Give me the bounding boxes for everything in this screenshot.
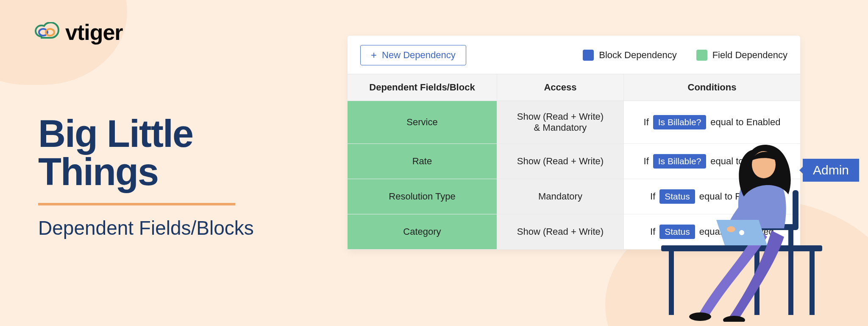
condition-chip: Status — [659, 189, 695, 204]
table-header-row: Dependent Fields/Block Access Conditions — [348, 74, 800, 101]
legend-field-label: Field Dependency — [712, 50, 787, 61]
page-title: Big Little Things — [38, 115, 309, 191]
access-cell: Show (Read + Write) — [497, 214, 623, 250]
brand-logo: vtiger — [34, 20, 123, 45]
condition-chip: Is Billable? — [653, 115, 707, 129]
col-header-dependent: Dependent Fields/Block — [348, 74, 497, 101]
page-headline: Big Little Things Dependent Fields/Block… — [38, 115, 309, 239]
admin-role-badge: Admin — [803, 159, 859, 182]
access-cell: Show (Read + Write) & Mandatory — [497, 101, 623, 144]
title-underline — [38, 203, 235, 205]
panel-toolbar: + New Dependency Block Dependency Field … — [348, 36, 800, 74]
dependent-cell: Resolution Type — [348, 179, 497, 214]
legend-block-label: Block Dependency — [599, 50, 676, 61]
table-row[interactable]: Resolution Type Mandatory If Status equa… — [348, 179, 800, 214]
access-cell: Mandatory — [497, 179, 623, 214]
table-row[interactable]: Category Show (Read + Write) If Status e… — [348, 214, 800, 250]
swatch-field-icon — [696, 50, 707, 61]
cond-suffix: equal to Enabled — [710, 117, 780, 128]
dependent-cell: Category — [348, 214, 497, 250]
cond-prefix: If — [650, 191, 655, 202]
page-subtitle: Dependent Fields/Blocks — [38, 216, 309, 239]
dependency-table: Dependent Fields/Block Access Conditions… — [348, 74, 800, 250]
conditions-cell: If Is Billable? equal to Enabled — [623, 144, 800, 179]
conditions-cell: If Is Billable? equal to Enabled — [623, 101, 800, 144]
condition-chip: Status — [659, 225, 695, 239]
new-dependency-label: New Dependency — [382, 50, 456, 61]
table-row[interactable]: Service Show (Read + Write) & Mandatory … — [348, 101, 800, 144]
col-header-access: Access — [497, 74, 623, 101]
conditions-cell: If Status equal to Resolved — [623, 179, 800, 214]
dependent-cell: Service — [348, 101, 497, 144]
cond-suffix: equal to Resolved — [699, 226, 774, 237]
col-header-conditions: Conditions — [623, 74, 800, 101]
table-row[interactable]: Rate Show (Read + Write) If Is Billable?… — [348, 144, 800, 179]
conditions-cell: If Status equal to Resolved — [623, 214, 800, 250]
cond-prefix: If — [644, 156, 649, 167]
brand-name: vtiger — [65, 20, 123, 45]
cond-suffix: equal to Resolved — [699, 191, 774, 202]
cond-prefix: If — [650, 226, 655, 237]
plus-icon: + — [371, 50, 377, 60]
access-cell: Show (Read + Write) — [497, 144, 623, 179]
legend-block-dependency: Block Dependency — [583, 50, 676, 61]
new-dependency-button[interactable]: + New Dependency — [360, 45, 466, 65]
legend-field-dependency: Field Dependency — [696, 50, 787, 61]
dependent-cell: Rate — [348, 144, 497, 179]
cond-prefix: If — [644, 117, 649, 128]
cloud-link-icon — [34, 22, 60, 42]
legend: Block Dependency Field Dependency — [583, 50, 787, 61]
cond-suffix: equal to Enabled — [710, 156, 780, 167]
dependency-panel: + New Dependency Block Dependency Field … — [348, 36, 800, 250]
swatch-block-icon — [583, 50, 594, 61]
condition-chip: Is Billable? — [653, 154, 707, 169]
